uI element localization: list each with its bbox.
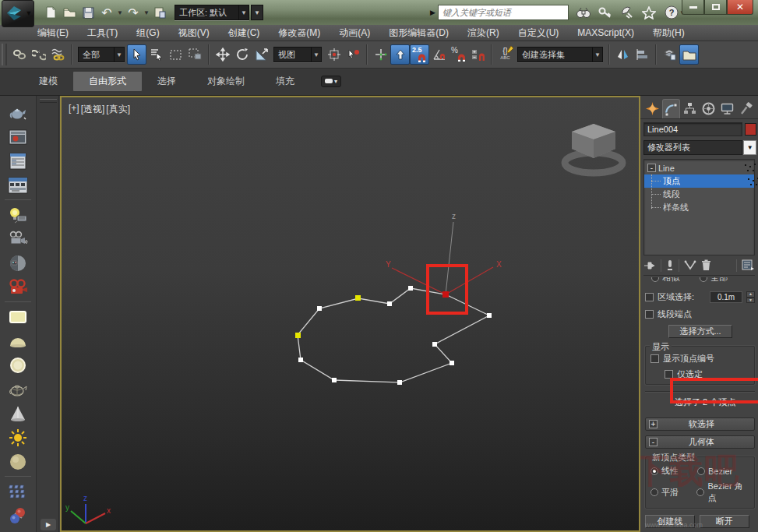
perspective-viewport[interactable]: [+] [透视] [真实] z Y X	[60, 96, 640, 532]
stack-item-line[interactable]: - Line	[644, 161, 754, 174]
search-binoculars-icon[interactable]	[575, 5, 592, 20]
configure-modifier-sets-icon[interactable]	[742, 259, 755, 271]
collapse-icon[interactable]: -	[647, 164, 656, 172]
radio-bezier-corner[interactable]	[696, 488, 704, 496]
schematic-view-icon[interactable]	[4, 174, 32, 196]
select-by-name-icon[interactable]	[146, 44, 166, 65]
toolbar-grip[interactable]	[2, 44, 7, 65]
collapse-icon[interactable]: -	[649, 438, 658, 446]
pin-stack-icon[interactable]	[643, 260, 656, 271]
undo-button[interactable]: ↶	[98, 4, 115, 21]
align-icon[interactable]	[633, 44, 652, 65]
wireframe-teapot-icon[interactable]	[4, 379, 32, 400]
menu-help[interactable]: 帮助(H)	[643, 25, 694, 41]
layer-manager-icon[interactable]	[660, 44, 679, 65]
stack-item-vertex[interactable]: 顶点	[644, 174, 754, 188]
mirror-icon[interactable]	[613, 44, 633, 65]
dome-primitive-icon[interactable]	[4, 330, 32, 351]
application-menu-button[interactable]: ▼	[2, 0, 34, 27]
radio-all[interactable]	[700, 277, 707, 282]
stack-item-spline[interactable]: 样条线	[644, 201, 754, 214]
dock-grip[interactable]	[40, 99, 57, 103]
search-input[interactable]	[438, 5, 569, 20]
select-by-button[interactable]: 选择方式...	[668, 325, 732, 338]
camera-sound-icon[interactable]	[4, 228, 32, 249]
remove-modifier-icon[interactable]	[701, 259, 711, 271]
ribbon-tab-modeling[interactable]: 建模	[23, 72, 73, 91]
search-expand-icon[interactable]: ▶	[430, 9, 435, 16]
radio-alike[interactable]	[651, 277, 659, 282]
select-object-button[interactable]	[127, 44, 146, 65]
maximize-button[interactable]	[704, 0, 727, 15]
modifier-list-dropdown[interactable]: 修改器列表	[643, 140, 742, 155]
tab-create-icon[interactable]	[643, 99, 661, 118]
render-teapot-icon[interactable]	[4, 102, 32, 123]
select-and-move-icon[interactable]	[213, 44, 232, 65]
workspace-dropdown[interactable]: 工作区: 默认 ▼	[175, 5, 249, 20]
keyboard-shortcut-override-button[interactable]	[390, 44, 410, 65]
favorites-star-icon[interactable]	[640, 5, 658, 20]
menu-create[interactable]: 创建(C)	[219, 25, 270, 41]
geometry-rollout-header[interactable]: - 几何体	[645, 435, 755, 449]
stack-item-segment[interactable]: 线段	[644, 188, 754, 201]
segment-end-checkbox[interactable]	[645, 310, 654, 319]
particle-array-icon[interactable]	[4, 481, 32, 502]
save-file-button[interactable]	[79, 4, 97, 21]
sunlight-icon[interactable]	[4, 427, 32, 448]
molecule-icon[interactable]	[4, 505, 32, 526]
named-selection-sets-dropdown[interactable]: 创建选择集 ▼	[517, 47, 603, 62]
tab-motion-icon[interactable]	[700, 99, 717, 118]
select-and-rotate-icon[interactable]	[232, 44, 252, 65]
tab-hierarchy-icon[interactable]	[681, 99, 699, 118]
toggle-scene-explorer-icon[interactable]	[679, 44, 699, 65]
subscription-key-icon[interactable]	[597, 5, 614, 20]
circle-primitive-icon[interactable]	[4, 354, 32, 375]
radio-bezier[interactable]	[697, 467, 705, 475]
angle-snap-toggle-icon[interactable]	[429, 44, 449, 65]
area-selection-spinner[interactable]: ▲▼	[746, 291, 755, 303]
render-setup-icon[interactable]	[4, 126, 32, 147]
menu-maxscript[interactable]: MAXScript(X)	[568, 25, 643, 41]
spinner-snap-toggle-icon[interactable]	[468, 44, 488, 65]
percent-snap-toggle-icon[interactable]: %	[449, 44, 468, 65]
area-selection-checkbox[interactable]	[645, 293, 654, 301]
tab-modify-icon[interactable]	[662, 99, 680, 118]
cone-primitive-icon[interactable]	[4, 403, 32, 424]
make-unique-icon[interactable]	[684, 260, 696, 271]
minimize-button[interactable]	[682, 0, 704, 15]
tab-utilities-icon[interactable]	[737, 99, 755, 118]
menu-modifiers[interactable]: 修改器(M)	[269, 25, 330, 41]
break-button[interactable]: 断开	[700, 515, 749, 528]
plane-primitive-icon[interactable]	[4, 306, 32, 327]
menu-customize[interactable]: 自定义(U)	[509, 25, 569, 41]
menu-rendering[interactable]: 渲染(R)	[458, 25, 509, 41]
ribbon-tab-object-paint[interactable]: 对象绘制	[192, 72, 260, 91]
use-pivot-center-icon[interactable]	[324, 44, 344, 65]
show-end-result-icon[interactable]	[666, 259, 674, 271]
video-camera-icon[interactable]	[4, 277, 32, 298]
redo-button[interactable]: ↷	[125, 4, 142, 21]
sphere-primitive-icon[interactable]	[4, 451, 32, 472]
create-line-button[interactable]: 创建线	[645, 515, 695, 528]
shading-sphere-icon[interactable]	[4, 252, 32, 273]
select-and-scale-icon[interactable]	[252, 44, 271, 65]
object-name-field[interactable]: Line004	[643, 122, 742, 136]
light-lister-icon[interactable]	[4, 204, 32, 225]
expand-icon[interactable]: +	[649, 420, 658, 428]
workspace-flyout-button[interactable]: ▼	[251, 5, 263, 20]
select-and-link-icon[interactable]	[9, 44, 29, 65]
close-button[interactable]: ✕	[727, 0, 753, 15]
communication-center-icon[interactable]	[619, 5, 636, 20]
tab-display-icon[interactable]	[718, 99, 736, 118]
unlink-selection-icon[interactable]	[29, 44, 48, 65]
object-color-swatch[interactable]	[745, 123, 756, 136]
new-scene-button[interactable]	[42, 4, 59, 21]
menu-tools[interactable]: 工具(T)	[78, 25, 127, 41]
redo-history-caret[interactable]: ▼	[143, 4, 150, 21]
select-and-manipulate-icon[interactable]	[344, 44, 363, 65]
ribbon-tab-selection[interactable]: 选择	[142, 72, 192, 91]
undo-history-caret[interactable]: ▼	[117, 4, 123, 21]
snap-pivot-icon[interactable]	[371, 44, 390, 65]
menu-group[interactable]: 组(G)	[127, 25, 168, 41]
show-vertex-numbers-checkbox[interactable]	[650, 354, 659, 363]
